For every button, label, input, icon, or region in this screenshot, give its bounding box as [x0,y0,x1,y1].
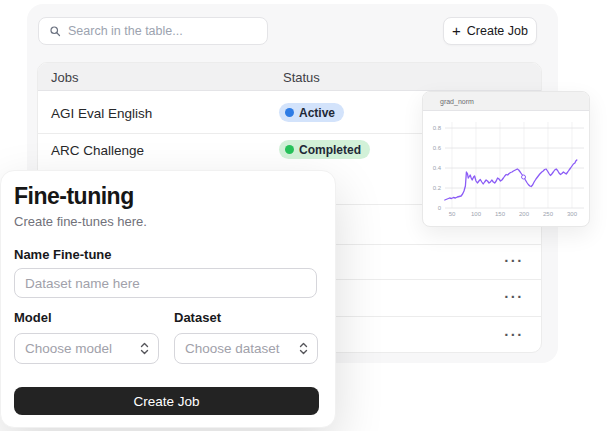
status-dot-icon [285,108,294,117]
svg-text:100: 100 [471,211,482,217]
chart-title: grad_norm [423,98,474,105]
row-menu-button[interactable]: ··· [498,253,530,269]
create-job-button[interactable]: + Create Job [443,17,537,45]
fine-tuning-modal: Fine-tuning Create fine-tunes here. Name… [0,170,336,428]
column-header-jobs: Jobs [51,70,78,85]
column-header-status: Status [283,70,320,85]
line-chart: 00.20.40.60.850100150200250300 [423,111,589,226]
chart-header: grad_norm [423,92,589,111]
model-select[interactable]: Choose model [14,333,159,364]
dataset-select-value: Choose dataset [185,341,280,356]
svg-text:0.6: 0.6 [433,145,442,151]
table-search-input[interactable] [38,17,268,45]
create-job-label: Create Job [467,24,528,38]
svg-text:250: 250 [543,211,554,217]
finetune-name-input[interactable] [14,268,317,298]
row-menu-button[interactable]: ··· [498,327,530,343]
search-input[interactable] [68,24,257,38]
svg-text:150: 150 [495,211,506,217]
search-icon [49,25,61,37]
svg-text:300: 300 [567,211,578,217]
dataset-label: Dataset [174,310,221,325]
job-name: AGI Eval English [51,106,152,121]
status-label: Completed [299,143,361,157]
svg-text:0: 0 [438,205,442,211]
job-name: ARC Challenge [51,143,144,158]
name-finetune-label: Name Fine-tune [14,247,112,262]
svg-text:0.8: 0.8 [433,125,442,131]
status-badge: Completed [279,140,370,159]
model-select-value: Choose model [25,341,112,356]
svg-text:50: 50 [449,211,456,217]
plus-icon: + [452,23,461,38]
modal-subtitle: Create fine-tunes here. [14,214,147,229]
svg-text:0.4: 0.4 [433,165,442,171]
dataset-select[interactable]: Choose dataset [174,333,318,364]
table-header-row: Jobs Status [38,63,541,91]
modal-create-job-button[interactable]: Create Job [14,387,319,415]
row-menu-button[interactable]: ··· [498,289,530,305]
status-badge: Active [279,103,344,122]
status-dot-icon [285,145,294,154]
chevron-up-down-icon [299,342,308,355]
svg-text:0.2: 0.2 [433,185,442,191]
modal-title: Fine-tuning [14,183,134,210]
grad-norm-chart-panel: grad_norm 00.20.40.60.850100150200250300 [422,91,590,227]
chevron-up-down-icon [140,342,149,355]
status-label: Active [299,106,335,120]
model-label: Model [14,310,52,325]
svg-text:200: 200 [519,211,530,217]
